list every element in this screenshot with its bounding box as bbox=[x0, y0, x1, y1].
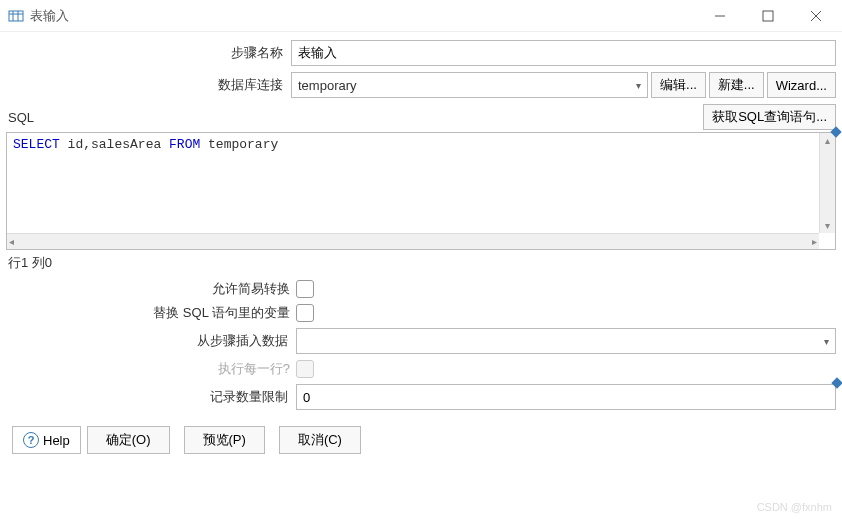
window-controls bbox=[708, 4, 828, 28]
execute-each-row-checkbox bbox=[296, 360, 314, 378]
allow-simple-conversion-checkbox[interactable] bbox=[296, 280, 314, 298]
horizontal-scrollbar[interactable]: ◂ ▸ bbox=[7, 233, 819, 249]
scroll-up-icon[interactable]: ▴ bbox=[823, 133, 832, 148]
record-limit-label: 记录数量限制 bbox=[6, 388, 296, 406]
execute-each-row-label: 执行每一行? bbox=[6, 360, 296, 378]
sql-editor[interactable]: SELECT id,salesArea FROM temporary ▴ ▾ ◂… bbox=[6, 132, 836, 250]
sql-fields: id,salesArea bbox=[60, 137, 169, 152]
preview-button[interactable]: 预览(P) bbox=[184, 426, 265, 454]
vertical-scrollbar[interactable]: ▴ ▾ bbox=[819, 133, 835, 233]
table-input-icon bbox=[8, 8, 24, 24]
replace-variables-label: 替换 SQL 语句里的变量 bbox=[6, 304, 296, 322]
scroll-right-icon[interactable]: ▸ bbox=[810, 234, 819, 249]
get-sql-button[interactable]: 获取SQL查询语句... bbox=[703, 104, 836, 130]
help-label: Help bbox=[43, 433, 70, 448]
db-connection-value: temporary bbox=[298, 78, 357, 93]
new-connection-button[interactable]: 新建... bbox=[709, 72, 764, 98]
sql-text[interactable]: SELECT id,salesArea FROM temporary bbox=[7, 133, 835, 249]
allow-simple-conversion-label: 允许简易转换 bbox=[6, 280, 296, 298]
svg-rect-5 bbox=[763, 11, 773, 21]
record-limit-input[interactable] bbox=[296, 384, 836, 410]
watermark: CSDN @fxnhm bbox=[757, 501, 832, 513]
titlebar: 表输入 bbox=[0, 0, 842, 32]
sql-keyword-select: SELECT bbox=[13, 137, 60, 152]
cancel-button[interactable]: 取消(C) bbox=[279, 426, 361, 454]
edit-connection-button[interactable]: 编辑... bbox=[651, 72, 706, 98]
wizard-button[interactable]: Wizard... bbox=[767, 72, 836, 98]
svg-rect-0 bbox=[9, 11, 23, 21]
window-title: 表输入 bbox=[30, 7, 708, 25]
help-icon: ? bbox=[23, 432, 39, 448]
maximize-button[interactable] bbox=[756, 4, 780, 28]
db-connection-select[interactable]: temporary bbox=[291, 72, 648, 98]
help-button[interactable]: ? Help bbox=[12, 426, 81, 454]
scroll-down-icon[interactable]: ▾ bbox=[823, 218, 832, 233]
sql-table: temporary bbox=[200, 137, 278, 152]
db-connection-label: 数据库连接 bbox=[6, 76, 291, 94]
step-name-label: 步骤名称 bbox=[6, 44, 291, 62]
step-name-input[interactable] bbox=[291, 40, 836, 66]
insert-from-step-label: 从步骤插入数据 bbox=[6, 332, 296, 350]
cursor-position-status: 行1 列0 bbox=[6, 250, 836, 280]
ok-button[interactable]: 确定(O) bbox=[87, 426, 170, 454]
scroll-left-icon[interactable]: ◂ bbox=[7, 234, 16, 249]
replace-variables-checkbox[interactable] bbox=[296, 304, 314, 322]
insert-from-step-select[interactable] bbox=[296, 328, 836, 354]
sql-label: SQL bbox=[6, 110, 34, 125]
minimize-button[interactable] bbox=[708, 4, 732, 28]
sql-keyword-from: FROM bbox=[169, 137, 200, 152]
close-button[interactable] bbox=[804, 4, 828, 28]
